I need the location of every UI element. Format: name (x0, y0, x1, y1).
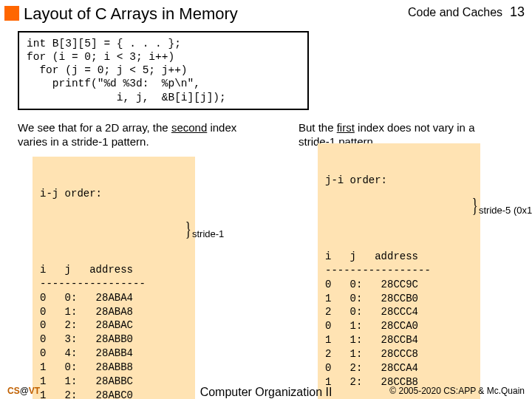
topic-group: Code and Caches 13 (408, 4, 525, 20)
note-right-pre: But the (299, 121, 337, 134)
brace-icon: } (185, 223, 191, 236)
footer-vt: VT (29, 386, 40, 396)
title-group: Layout of C Arrays in Memory (4, 4, 238, 24)
ij-table: i j address ----------------- 0 0: 28ABA… (40, 263, 188, 399)
ij-block: i-j order: i j address -----------------… (33, 157, 195, 399)
footer-at: @ (20, 386, 29, 396)
code-listing: int B[3][5] = { . . . }; for (i = 0; i <… (18, 31, 309, 110)
note-right-under: first (337, 121, 355, 134)
topic-label: Code and Caches (408, 6, 502, 18)
page-number: 13 (510, 4, 525, 19)
slide-header: Layout of C Arrays in Memory Code and Ca… (0, 0, 532, 24)
note-left-under: second (171, 121, 207, 134)
brace-icon: } (472, 200, 478, 212)
ji-table: i j address ----------------- 0 0: 28CC9… (325, 250, 473, 389)
tables-row: i-j order: i j address -----------------… (0, 157, 532, 349)
stride1-label: stride-1 (192, 228, 224, 239)
ji-block: j-i order: i j address -----------------… (318, 143, 480, 399)
ji-order-label: j-i order: (325, 174, 473, 188)
ij-order-label: i-j order: (40, 187, 188, 201)
slide-footer: CS@VT Computer Organization II © 2005-20… (0, 386, 532, 396)
footer-right: © 2005-2020 CS:APP & Mc.Quain (389, 386, 525, 396)
note-left: We see that for a 2D array, the second i… (18, 120, 239, 149)
accent-square-icon (4, 6, 19, 21)
footer-center: Computer Organization II (200, 386, 332, 399)
slide-title: Layout of C Arrays in Memory (24, 4, 238, 24)
footer-cs: CS (7, 386, 20, 396)
note-left-pre: We see that for a 2D array, the (18, 121, 171, 134)
footer-left: CS@VT (7, 386, 40, 396)
stride5-label: stride-5 (0x14/4) (479, 205, 532, 216)
